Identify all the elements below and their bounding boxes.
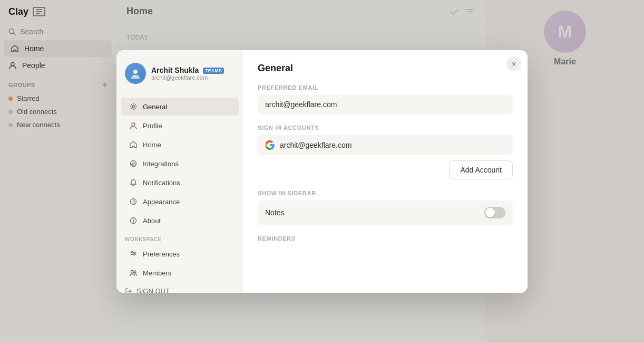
svg-point-22 xyxy=(131,271,134,273)
add-account-button[interactable]: Add Account xyxy=(449,160,513,179)
modal-nav-about[interactable]: About xyxy=(121,212,239,230)
integrations-icon: @ xyxy=(129,159,138,168)
modal-nav-about-label: About xyxy=(143,217,161,225)
modal-user-name: Archit Shukla TEAMS xyxy=(151,66,224,74)
modal-nav-appearance-label: Appearance xyxy=(143,198,180,206)
sign-in-account-row: archit@geekflare.com xyxy=(258,135,513,155)
modal-nav-preferences-label: Preferences xyxy=(143,250,180,258)
modal-user-avatar xyxy=(125,63,146,84)
modal-nav-integrations[interactable]: @ Integrations xyxy=(121,155,239,173)
modal-nav-notifications-label: Notifications xyxy=(143,179,180,187)
google-icon xyxy=(265,140,275,150)
modal-nav-home-label: Home xyxy=(143,141,161,149)
modal-nav-preferences[interactable]: Preferences xyxy=(121,245,239,263)
sign-in-email-value: archit@geekflare.com xyxy=(280,141,352,149)
members-icon xyxy=(129,269,138,277)
modal-nav-profile[interactable]: Profile xyxy=(121,117,239,135)
profile-person-icon xyxy=(129,121,138,130)
modal-content-area: × General PREFERRED EMAIL SIGN IN ACCOUN… xyxy=(243,50,528,293)
modal-nav-appearance[interactable]: Appearance xyxy=(121,193,239,211)
preferred-email-input[interactable] xyxy=(258,95,513,114)
preferred-email-label: PREFERRED EMAIL xyxy=(258,84,513,91)
modal-nav-integrations-label: Integrations xyxy=(143,160,179,168)
modal-nav-general[interactable]: General xyxy=(121,98,239,116)
bell-icon xyxy=(129,178,138,187)
svg-text:@: @ xyxy=(131,161,136,167)
home-nav-icon xyxy=(129,140,138,149)
modal-user-info: Archit Shukla TEAMS archit@geekflare.com xyxy=(116,61,243,93)
gear-icon xyxy=(129,102,138,111)
teams-badge: TEAMS xyxy=(203,68,224,74)
modal-user-email: archit@geekflare.com xyxy=(151,74,224,81)
modal-overlay: Archit Shukla TEAMS archit@geekflare.com… xyxy=(0,0,644,343)
svg-point-10 xyxy=(132,106,134,108)
sliders-icon xyxy=(129,250,138,258)
svg-point-20 xyxy=(132,252,133,253)
modal-content-title: General xyxy=(258,63,513,74)
preferred-email-section: PREFERRED EMAIL xyxy=(258,84,513,114)
notes-sidebar-row: Notes xyxy=(258,201,513,225)
notes-label: Notes xyxy=(265,208,484,217)
modal-nav-general-label: General xyxy=(143,103,167,111)
modal-nav-notifications[interactable]: Notifications xyxy=(121,174,239,192)
appearance-icon xyxy=(129,197,138,206)
svg-point-23 xyxy=(134,271,136,273)
svg-point-9 xyxy=(133,70,138,74)
show-in-sidebar-section: SHOW IN SIDEBAR Notes xyxy=(258,190,513,225)
modal-nav-profile-label: Profile xyxy=(143,122,162,130)
workspace-label: WORKSPACE xyxy=(116,230,243,244)
modal-nav-members-label: Members xyxy=(143,269,171,277)
modal-sidebar: Archit Shukla TEAMS archit@geekflare.com… xyxy=(116,50,243,293)
svg-point-11 xyxy=(132,123,135,126)
show-in-sidebar-label: SHOW IN SIDEBAR xyxy=(258,190,513,196)
svg-point-17 xyxy=(133,219,133,220)
sign-in-accounts-label: SIGN IN ACCOUNTS xyxy=(258,125,513,131)
reminders-label: REMINDERS xyxy=(258,235,513,242)
signout-label: SIGN OUT xyxy=(136,287,170,293)
modal-nav-members[interactable]: Members xyxy=(121,264,239,282)
modal-content-header: General xyxy=(258,63,513,74)
svg-point-21 xyxy=(134,254,135,255)
settings-modal: Archit Shukla TEAMS archit@geekflare.com… xyxy=(116,50,528,293)
about-icon xyxy=(129,216,138,225)
notes-toggle[interactable] xyxy=(484,207,505,218)
signout-button[interactable]: SIGN OUT xyxy=(116,282,243,293)
sign-in-accounts-section: SIGN IN ACCOUNTS archit@geekflare.com Ad… xyxy=(258,125,513,179)
signout-icon xyxy=(125,288,132,293)
modal-nav-home[interactable]: Home xyxy=(121,136,239,154)
